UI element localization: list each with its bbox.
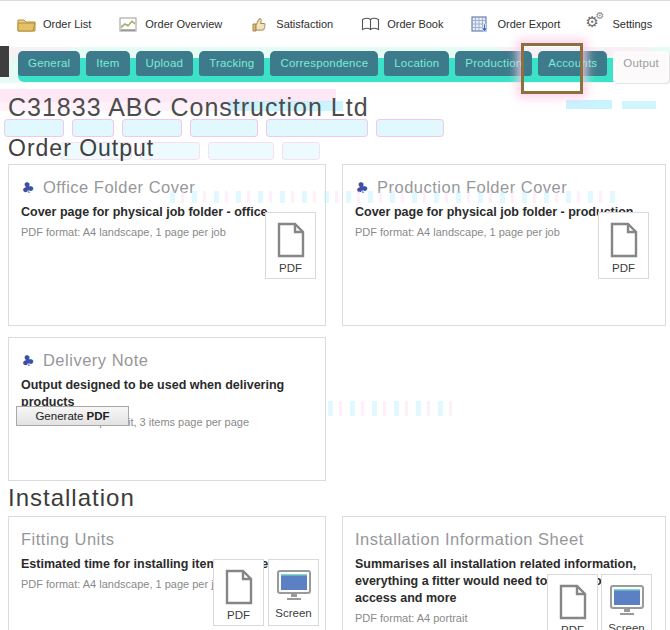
card-title-row: ♣ Office Folder Cover xyxy=(21,178,313,197)
card-title: Production Folder Cover xyxy=(377,178,567,197)
toolbar-item-order-overview[interactable]: Order Overview xyxy=(118,16,222,33)
generate-pdf-label-bold: PDF xyxy=(87,410,110,422)
action-label: PDF xyxy=(279,262,302,274)
toolbar-item-order-book[interactable]: Order Book xyxy=(360,16,443,33)
pdf-download-button[interactable]: PDF xyxy=(547,574,598,630)
page-title: C31833 ABC Construction Ltd xyxy=(8,93,369,122)
card-title-row: Installation Information Sheet xyxy=(355,530,653,549)
section-title: Order Output xyxy=(8,135,154,162)
tab-upload[interactable]: Upload xyxy=(136,51,194,76)
tab-accounts[interactable]: Accounts xyxy=(538,51,607,76)
pdf-document-icon xyxy=(276,222,306,262)
card-production-folder-cover: ♣ Production Folder Cover Cover page for… xyxy=(342,164,666,326)
tab-tracking[interactable]: Tracking xyxy=(199,51,264,76)
top-toolbar: Order List Order Overview Satisfaction O… xyxy=(0,1,670,47)
toolbar-item-label: Order Overview xyxy=(145,18,222,30)
card-title: Fitting Units xyxy=(21,530,115,549)
render-artifact xyxy=(282,142,320,160)
pdf-document-icon xyxy=(558,584,588,624)
screen-view-button[interactable]: Screen xyxy=(268,559,319,626)
tab-strip: General Item Upload Tracking Corresponde… xyxy=(18,51,670,83)
toolbar-item-label: Satisfaction xyxy=(276,18,333,30)
screen-view-button[interactable]: Screen xyxy=(601,574,652,630)
card-title-row: ♣ Production Folder Cover xyxy=(355,178,653,197)
tab-general[interactable]: General xyxy=(18,51,80,76)
tab-correspondence[interactable]: Correspondence xyxy=(270,51,378,76)
action-label: PDF xyxy=(612,262,635,274)
toolbar-item-satisfaction[interactable]: Satisfaction xyxy=(249,16,333,33)
action-label: Screen xyxy=(275,607,311,619)
pdf-document-icon xyxy=(609,222,639,262)
render-artifact xyxy=(566,100,612,109)
pdf-download-button[interactable]: PDF xyxy=(265,212,316,279)
line-chart-icon xyxy=(118,16,138,33)
generate-pdf-button[interactable]: Generate PDF xyxy=(16,406,129,426)
toolbar-item-label: Order List xyxy=(43,18,91,30)
action-label: PDF xyxy=(561,624,584,630)
card-installation-information-sheet: Installation Information Sheet Summarise… xyxy=(342,516,666,630)
folder-icon xyxy=(16,16,36,33)
toolbar-item-label: Order Export xyxy=(497,18,560,30)
toolbar-item-order-export[interactable]: Order Export xyxy=(470,16,560,33)
card-title: Installation Information Sheet xyxy=(355,530,584,549)
window-edge-artifact xyxy=(0,46,9,77)
action-label: PDF xyxy=(227,609,250,621)
tab-item[interactable]: Item xyxy=(86,51,129,76)
puzzle-icon: ♣ xyxy=(20,179,37,196)
render-artifact xyxy=(622,101,656,109)
tab-output[interactable]: Output xyxy=(613,51,669,83)
action-label: Screen xyxy=(608,622,644,630)
screen-icon xyxy=(609,584,645,620)
tab-bar: General Item Upload Tracking Corresponde… xyxy=(0,47,670,83)
gear-icon: ⚙⚙ xyxy=(587,15,605,33)
tab-production[interactable]: Production xyxy=(455,51,532,76)
card-title: Delivery Note xyxy=(43,351,149,370)
card-delivery-note: ♣ Delivery Note Output designed to be us… xyxy=(8,337,326,481)
puzzle-icon: ♣ xyxy=(354,179,371,196)
toolbar-item-label: Order Book xyxy=(387,18,443,30)
toolbar-item-settings[interactable]: ⚙⚙ Settings xyxy=(587,15,652,33)
pdf-document-icon xyxy=(224,569,254,609)
order-output-page: Order List Order Overview Satisfaction O… xyxy=(0,0,670,630)
card-fitting-units: Fitting Units Estimated time for install… xyxy=(8,516,326,630)
thumbs-up-icon xyxy=(249,16,269,33)
tab-location[interactable]: Location xyxy=(384,51,449,76)
card-title: Office Folder Cover xyxy=(43,178,195,197)
open-book-icon xyxy=(360,16,380,33)
pdf-download-button[interactable]: PDF xyxy=(213,559,264,626)
toolbar-item-label: Settings xyxy=(612,18,652,30)
puzzle-icon: ♣ xyxy=(20,352,37,369)
render-artifact xyxy=(208,142,274,160)
pdf-download-button[interactable]: PDF xyxy=(598,212,649,279)
generate-pdf-label: Generate xyxy=(35,410,83,422)
toolbar-item-order-list[interactable]: Order List xyxy=(16,16,91,33)
render-artifact xyxy=(376,119,444,137)
installation-section-title: Installation xyxy=(8,484,135,512)
card-title-row: ♣ Delivery Note xyxy=(21,351,313,370)
card-title-row: Fitting Units xyxy=(21,530,313,549)
table-export-icon xyxy=(470,16,490,33)
card-office-folder-cover: ♣ Office Folder Cover Cover page for phy… xyxy=(8,164,326,326)
screen-icon xyxy=(276,569,312,605)
